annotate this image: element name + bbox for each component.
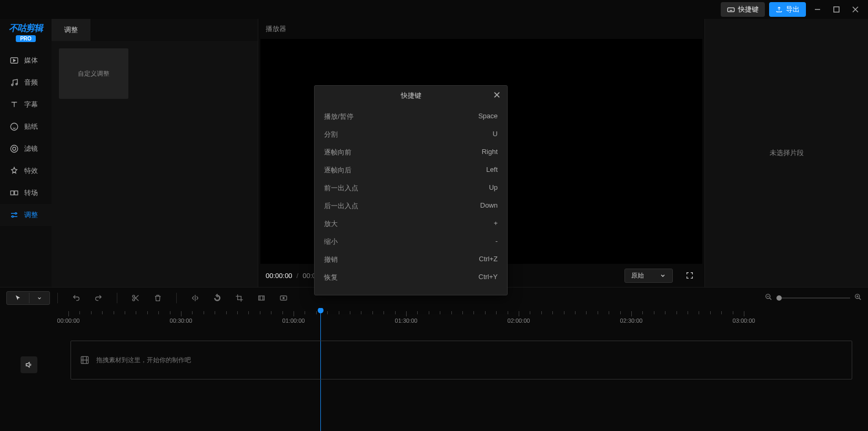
dropzone-text: 拖拽素材到这里，开始你的制作吧 — [96, 356, 191, 365]
shortcut-action: 恢复 — [324, 273, 338, 282]
zoom-in-button[interactable] — [854, 293, 862, 302]
sidebar-item-effect[interactable]: 特效 — [0, 160, 52, 182]
svg-rect-0 — [728, 7, 734, 12]
svg-point-16 — [133, 299, 135, 301]
shortcut-row: 放大+ — [324, 215, 498, 233]
title-bar: 快捷键 导出 — [0, 0, 868, 19]
sidebar-item-audio[interactable]: 音频 — [0, 71, 52, 94]
modal-close-button[interactable]: ✕ — [490, 89, 503, 101]
maximize-button[interactable] — [829, 2, 844, 17]
redo-icon — [94, 294, 103, 302]
timecode-separator: / — [297, 272, 299, 280]
ruler-label: 01:30:00 — [395, 317, 418, 324]
ruler-label: 00:30:00 — [170, 317, 193, 324]
shortcut-key: Right — [482, 148, 498, 157]
shortcut-row: 播放/暂停Space — [324, 108, 498, 126]
zoom-thumb[interactable] — [776, 295, 782, 301]
delete-button[interactable] — [151, 291, 165, 305]
timecode-current: 00:00:00 — [266, 272, 292, 280]
cursor-icon — [14, 294, 22, 302]
svg-point-8 — [11, 123, 18, 130]
shortcut-action: 撤销 — [324, 255, 338, 264]
shortcut-action: 逐帧向前 — [324, 148, 351, 157]
nav-label: 转场 — [24, 188, 38, 198]
svg-line-26 — [859, 298, 861, 300]
shortcut-key: Ctrl+Y — [479, 273, 498, 282]
crop-button[interactable] — [233, 291, 246, 305]
shortcut-key: Left — [486, 166, 498, 175]
svg-point-13 — [15, 213, 17, 214]
frame-icon — [257, 294, 266, 302]
pro-badge: PRO — [16, 35, 36, 42]
close-window-button[interactable] — [848, 2, 863, 17]
adjust-icon — [9, 210, 19, 220]
sidebar-item-subtitle[interactable]: 字幕 — [0, 94, 52, 116]
sidebar-item-adjust[interactable]: 调整 — [0, 204, 52, 226]
sidebar-item-transition[interactable]: 转场 — [0, 182, 52, 204]
custom-adjust-card[interactable]: 自定义调整 — [59, 48, 128, 99]
svg-rect-11 — [11, 191, 14, 195]
crop-icon — [235, 294, 244, 302]
mirror-icon — [191, 294, 199, 302]
shortcuts-modal: 快捷键 ✕ 播放/暂停Space分割U逐帧向前Right逐帧向后Left前一出入… — [314, 85, 508, 295]
cursor-tool-select[interactable] — [6, 291, 50, 305]
speaker-icon — [25, 361, 33, 369]
svg-point-6 — [12, 84, 13, 86]
nav-list: 媒体 音频 字幕 贴纸 滤镜 特效 转场 调整 — [0, 49, 52, 226]
shortcut-key: Space — [478, 112, 498, 121]
effect-icon — [9, 166, 19, 176]
timeline-ruler[interactable]: 00:00:0000:30:0001:00:0001:30:0002:00:00… — [58, 308, 868, 326]
nav-label: 音频 — [24, 78, 38, 87]
aspect-ratio-select[interactable]: 原始 — [624, 269, 673, 283]
frame-button[interactable] — [255, 291, 268, 305]
nav-label: 调整 — [24, 210, 38, 220]
shortcuts-label: 快捷键 — [738, 5, 759, 14]
ruler-label: 03:00:00 — [733, 317, 755, 324]
sticker-icon — [9, 122, 19, 131]
svg-line-23 — [770, 298, 772, 300]
shortcut-key: + — [493, 219, 498, 229]
timeline-dropzone[interactable]: 拖拽素材到这里，开始你的制作吧 — [70, 341, 852, 379]
sidebar-item-media[interactable]: 媒体 — [0, 49, 52, 71]
record-button[interactable] — [277, 291, 290, 305]
nav-label: 滤镜 — [24, 144, 38, 153]
close-icon: ✕ — [493, 89, 501, 101]
tab-adjust[interactable]: 调整 — [52, 19, 90, 41]
svg-point-9 — [11, 145, 18, 152]
transition-icon — [9, 188, 19, 198]
sidebar-item-filter[interactable]: 滤镜 — [0, 138, 52, 160]
trash-icon — [154, 294, 162, 302]
shortcut-row: 恢复Ctrl+Y — [324, 269, 498, 286]
zoom-control — [765, 293, 862, 302]
shortcuts-button[interactable]: 快捷键 — [721, 2, 765, 17]
shortcut-row: 前一出入点Up — [324, 179, 498, 197]
redo-button[interactable] — [92, 291, 105, 305]
svg-rect-2 — [834, 7, 839, 12]
shortcut-action: 播放/暂停 — [324, 112, 354, 121]
ruler-label: 00:00:00 — [57, 317, 80, 324]
mirror-button[interactable] — [188, 291, 202, 305]
nav-label: 特效 — [24, 166, 38, 176]
ruler-label: 02:00:00 — [508, 317, 530, 324]
zoom-out-button[interactable] — [765, 293, 772, 302]
asset-panel: 调整 自定义调整 — [52, 19, 258, 287]
upload-icon — [775, 6, 783, 13]
export-button[interactable]: 导出 — [769, 2, 806, 17]
fullscreen-button[interactable] — [682, 268, 697, 283]
aspect-ratio-value: 原始 — [631, 271, 644, 280]
minimize-button[interactable] — [810, 2, 825, 17]
rotate-button[interactable] — [210, 291, 224, 305]
svg-rect-17 — [259, 296, 265, 300]
mute-button[interactable] — [21, 356, 37, 373]
undo-button[interactable] — [69, 291, 83, 305]
zoom-slider[interactable] — [776, 297, 850, 299]
sidebar: 不咕剪辑 PRO 媒体 音频 字幕 贴纸 滤镜 特效 转场 调整 — [0, 19, 52, 287]
ruler-label: 01:00:00 — [282, 317, 305, 324]
timeline: 00:00:0000:30:0001:00:0001:30:0002:00:00… — [0, 308, 868, 431]
rotate-icon — [213, 294, 221, 302]
cut-button[interactable] — [129, 291, 143, 305]
chevron-down-icon — [37, 295, 42, 301]
sidebar-item-sticker[interactable]: 贴纸 — [0, 116, 52, 138]
record-icon — [279, 294, 288, 302]
shortcut-row: 撤销Ctrl+Z — [324, 251, 498, 269]
